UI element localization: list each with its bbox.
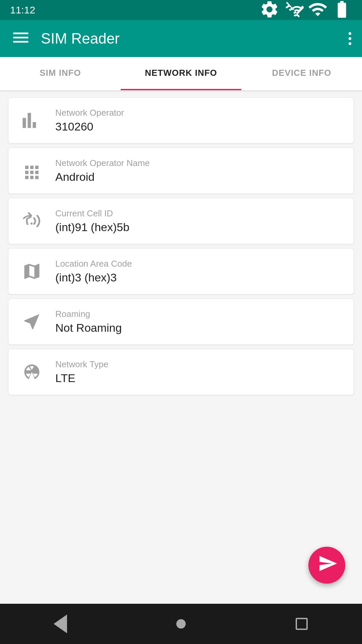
tab-device-info[interactable]: DEVICE INFO xyxy=(241,57,362,90)
overflow-menu-icon[interactable] xyxy=(349,29,351,49)
recent-apps-icon xyxy=(296,618,308,630)
app-bar: SIM Reader xyxy=(0,20,362,57)
battery-icon xyxy=(332,0,352,21)
location-area-code-label: Location Area Code xyxy=(55,259,132,269)
back-icon xyxy=(54,614,67,633)
network-operator-name-label: Network Operator Name xyxy=(55,158,150,168)
rss-icon xyxy=(18,208,45,234)
current-cell-id-value: (int)91 (hex)5b xyxy=(55,221,129,234)
signal-bar-icon xyxy=(18,107,45,134)
roaming-label: Roaming xyxy=(55,309,122,319)
network-type-card: Network Type LTE xyxy=(8,349,354,395)
network-operator-label: Network Operator xyxy=(55,108,124,118)
current-cell-id-card: Current Cell ID (int)91 (hex)5b xyxy=(8,198,354,244)
status-bar: 11:12 xyxy=(0,0,362,20)
network-operator-name-card: Network Operator Name Android xyxy=(8,148,354,194)
roaming-text: Roaming Not Roaming xyxy=(55,309,122,334)
home-icon xyxy=(176,619,186,629)
signal-icon xyxy=(308,0,328,21)
wifi-off-icon xyxy=(284,0,304,21)
roaming-value: Not Roaming xyxy=(55,321,122,334)
tab-bar: SIM INFO NETWORK INFO DEVICE INFO xyxy=(0,57,362,91)
gear-icon xyxy=(259,0,280,21)
bottom-nav xyxy=(0,604,362,644)
hamburger-icon[interactable] xyxy=(11,28,31,50)
app-title: SIM Reader xyxy=(41,30,339,47)
location-area-code-value: (int)3 (hex)3 xyxy=(55,271,132,284)
grid-icon xyxy=(18,157,45,184)
antenna-icon xyxy=(18,359,45,385)
recent-apps-button[interactable] xyxy=(288,610,315,637)
current-cell-id-label: Current Cell ID xyxy=(55,208,129,219)
current-cell-id-text: Current Cell ID (int)91 (hex)5b xyxy=(55,208,129,234)
network-operator-text: Network Operator 310260 xyxy=(55,108,124,133)
roaming-icon xyxy=(18,308,45,335)
home-button[interactable] xyxy=(168,610,194,637)
network-type-value: LTE xyxy=(55,372,108,385)
roaming-card: Roaming Not Roaming xyxy=(8,299,354,345)
network-operator-card: Network Operator 310260 xyxy=(8,97,354,144)
status-icons xyxy=(259,0,352,21)
status-time: 11:12 xyxy=(10,4,35,16)
tab-sim-info[interactable]: SIM INFO xyxy=(0,57,121,90)
tab-network-info[interactable]: NETWORK INFO xyxy=(121,57,241,90)
network-operator-name-value: Android xyxy=(55,170,150,183)
send-fab-button[interactable] xyxy=(308,547,345,584)
network-operator-value: 310260 xyxy=(55,120,124,133)
map-icon xyxy=(18,258,45,285)
network-operator-name-text: Network Operator Name Android xyxy=(55,158,150,183)
send-icon xyxy=(318,553,338,577)
back-button[interactable] xyxy=(47,610,74,637)
network-type-text: Network Type LTE xyxy=(55,359,108,385)
location-area-code-card: Location Area Code (int)3 (hex)3 xyxy=(8,248,354,294)
network-info-content: Network Operator 310260 Network Operator… xyxy=(0,91,362,402)
location-area-code-text: Location Area Code (int)3 (hex)3 xyxy=(55,259,132,284)
network-type-label: Network Type xyxy=(55,359,108,370)
